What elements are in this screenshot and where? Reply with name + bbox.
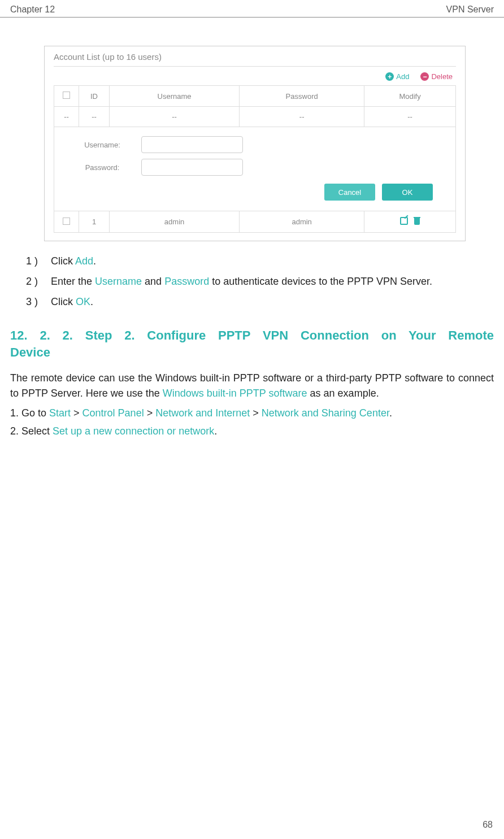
edit-icon[interactable] [400, 217, 408, 225]
substeps-block: 1 ) Click Add. 2 ) Enter the Username an… [10, 253, 494, 310]
minus-icon: − [420, 72, 429, 81]
password-input[interactable] [141, 159, 243, 176]
delete-label: Delete [431, 72, 453, 81]
panel-toolbar: + Add − Delete [54, 67, 456, 85]
chapter-label: Chapter 12 [10, 5, 55, 15]
add-label: Add [396, 72, 409, 81]
placeholder-username: -- [110, 107, 240, 127]
table-row: 1 admin admin [54, 211, 456, 233]
topic-label: VPN Server [446, 5, 494, 15]
main-step-1: 1. Go to Start > Control Panel > Network… [10, 406, 494, 421]
placeholder-cb: -- [54, 107, 79, 127]
col-password: Password [240, 86, 364, 107]
username-input[interactable] [141, 136, 243, 153]
inline-form-row: Username: Password: Cancel OK [54, 127, 456, 211]
col-id: ID [79, 86, 110, 107]
page-number: 68 [483, 820, 493, 830]
row-checkbox[interactable] [63, 218, 70, 225]
add-button[interactable]: + Add [385, 72, 409, 81]
substep-3: 3 ) Click OK. [26, 294, 484, 310]
row-id: 1 [79, 211, 110, 233]
substep-2: 2 ) Enter the Username and Password to a… [26, 274, 484, 290]
account-table: ID Username Password Modify -- -- -- -- … [54, 85, 456, 233]
col-modify: Modify [364, 86, 456, 107]
substep-1: 1 ) Click Add. [26, 254, 484, 269]
section-heading: 12. 2. 2. Step 2. Configure PPTP VPN Con… [10, 327, 494, 362]
col-username: Username [110, 86, 240, 107]
panel-title: Account List (up to 16 users) [54, 52, 456, 67]
section-intro: The remote device can use the Windows bu… [10, 371, 494, 401]
cancel-button[interactable]: Cancel [324, 184, 375, 201]
table-header-row: ID Username Password Modify [54, 86, 456, 107]
page-header: Chapter 12 VPN Server [0, 0, 504, 18]
placeholder-row: -- -- -- -- -- [54, 107, 456, 127]
username-field-label: Username: [71, 141, 133, 149]
row-password: admin [240, 211, 364, 233]
placeholder-modify: -- [364, 107, 456, 127]
account-list-panel: Account List (up to 16 users) + Add − De… [44, 46, 466, 241]
trash-icon[interactable] [414, 217, 420, 225]
placeholder-id: -- [79, 107, 110, 127]
password-field-label: Password: [71, 163, 133, 172]
select-all-checkbox[interactable] [63, 92, 70, 99]
delete-button[interactable]: − Delete [420, 72, 453, 81]
plus-icon: + [385, 72, 394, 81]
row-username: admin [110, 211, 240, 233]
ok-button[interactable]: OK [382, 184, 433, 201]
placeholder-password: -- [240, 107, 364, 127]
main-step-2: 2. Select Set up a new connection or net… [10, 424, 494, 440]
